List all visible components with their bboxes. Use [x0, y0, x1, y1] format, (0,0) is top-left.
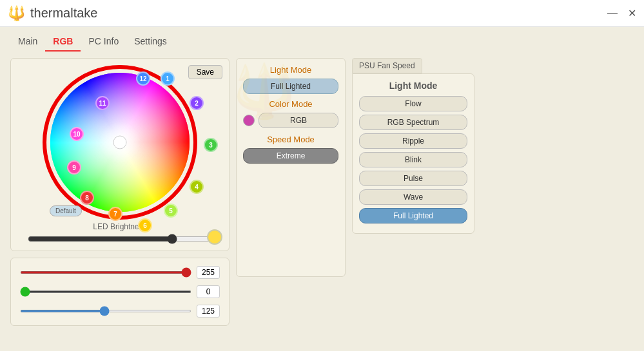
color-dot: [243, 115, 255, 126]
blue-value[interactable]: [197, 305, 220, 318]
brand-name: thermaltake: [30, 6, 98, 21]
titlebar: 🔱 thermaltake — ✕: [0, 0, 644, 27]
red-value[interactable]: [197, 266, 220, 279]
default-button[interactable]: Default: [50, 205, 82, 216]
middle-column: 🔱 Light Mode Full Lighted Color Mode RGB…: [236, 58, 346, 346]
led-dot-9[interactable]: 9: [67, 160, 81, 175]
blue-slider-row: [20, 305, 220, 318]
led-dot-8[interactable]: 8: [80, 191, 94, 205]
psu-ripple-button[interactable]: Ripple: [359, 133, 467, 149]
brightness-slider[interactable]: [28, 234, 212, 244]
color-wheel[interactable]: [49, 71, 191, 213]
speed-mode-button[interactable]: Extreme: [243, 148, 338, 164]
psu-pulse-button[interactable]: Pulse: [359, 171, 467, 186]
minimize-button[interactable]: —: [607, 7, 618, 19]
close-button[interactable]: ✕: [628, 7, 636, 19]
nav-tabs: Main RGB PC Info Settings: [0, 27, 644, 52]
led-dot-3[interactable]: 3: [204, 138, 218, 152]
tab-main[interactable]: Main: [10, 32, 45, 52]
psu-panel-title: Light Mode: [359, 81, 467, 91]
led-dot-10[interactable]: 10: [70, 127, 84, 141]
red-slider-row: [20, 266, 220, 279]
led-dot-5[interactable]: 5: [164, 204, 178, 218]
red-slider[interactable]: [20, 271, 191, 274]
app-logo: 🔱 thermaltake: [8, 5, 98, 22]
light-mode-panel: 🔱 Light Mode Full Lighted Color Mode RGB…: [236, 58, 346, 277]
color-wheel-panel: Save 1 2 3 4 5 6 7 8 9 10 11 12 Def: [10, 58, 229, 251]
green-slider[interactable]: [20, 290, 191, 293]
wheel-container: 1 2 3 4 5 6 7 8 9 10 11 12: [43, 65, 197, 220]
main-content: Save 1 2 3 4 5 6 7 8 9 10 11 12 Def: [0, 52, 644, 351]
led-dot-11[interactable]: 11: [95, 96, 110, 110]
light-mode-title: Light Mode: [243, 65, 338, 75]
right-column: PSU Fan Speed Light Mode Flow RGB Spectr…: [352, 58, 474, 346]
speed-mode-title: Speed Mode: [243, 135, 338, 144]
green-value[interactable]: [197, 285, 220, 298]
green-slider-row: [20, 285, 220, 298]
psu-blink-button[interactable]: Blink: [359, 152, 467, 167]
psu-rgb-spectrum-button[interactable]: RGB Spectrum: [359, 115, 467, 130]
led-dot-12[interactable]: 12: [136, 71, 150, 86]
psu-wave-button[interactable]: Wave: [359, 189, 467, 205]
left-column: Save 1 2 3 4 5 6 7 8 9 10 11 12 Def: [10, 58, 229, 346]
psu-full-lighted-button[interactable]: Full Lighted: [359, 208, 467, 223]
psu-tab-header[interactable]: PSU Fan Speed: [352, 58, 422, 73]
led-dot-7[interactable]: 7: [108, 207, 122, 221]
tab-pcinfo[interactable]: PC Info: [81, 32, 126, 52]
tab-settings[interactable]: Settings: [126, 32, 175, 52]
logo-icon: 🔱: [8, 5, 25, 22]
tab-rgb[interactable]: RGB: [45, 32, 81, 52]
led-dot-4[interactable]: 4: [190, 180, 204, 194]
blue-slider[interactable]: [20, 310, 191, 312]
led-dot-yellow[interactable]: [207, 229, 222, 245]
window-controls: — ✕: [607, 7, 636, 19]
led-dot-1[interactable]: 1: [161, 71, 175, 86]
psu-panel: Light Mode Flow RGB Spectrum Ripple Blin…: [352, 73, 474, 234]
color-mode-button[interactable]: RGB: [259, 113, 338, 128]
full-lighted-button[interactable]: Full Lighted: [243, 79, 338, 94]
sliders-panel: [10, 258, 229, 326]
led-dot-6[interactable]: 6: [138, 218, 152, 232]
psu-flow-button[interactable]: Flow: [359, 96, 467, 111]
color-mode-title: Color Mode: [243, 99, 338, 109]
color-mode-row: RGB: [243, 113, 338, 128]
brightness-label: LED Brightness: [17, 222, 222, 231]
led-dot-2[interactable]: 2: [190, 96, 204, 110]
